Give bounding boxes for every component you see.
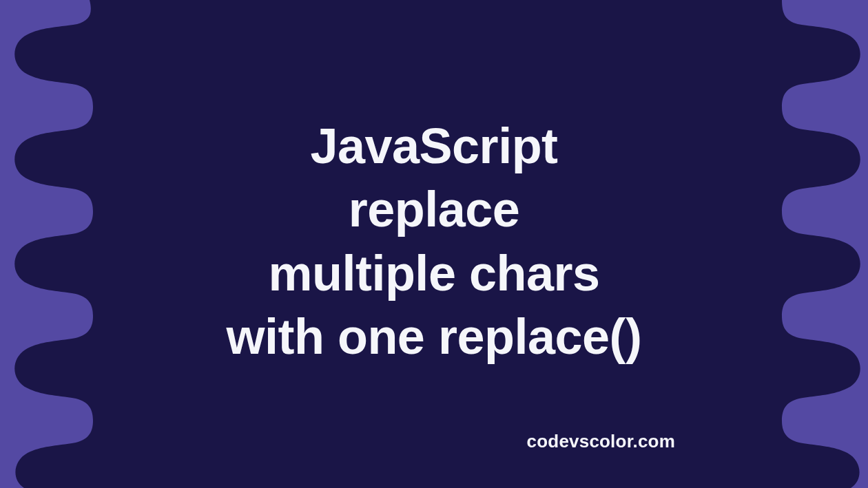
title-line-1: JavaScript [310, 118, 557, 173]
credit-text: codevscolor.com [527, 431, 675, 452]
title-line-4: with one replace() [226, 309, 641, 364]
title-line-2: replace [349, 182, 520, 237]
banner-title: JavaScript replace multiple chars with o… [226, 114, 641, 368]
title-line-3: multiple chars [268, 246, 599, 301]
content-area: JavaScript replace multiple chars with o… [0, 0, 868, 488]
